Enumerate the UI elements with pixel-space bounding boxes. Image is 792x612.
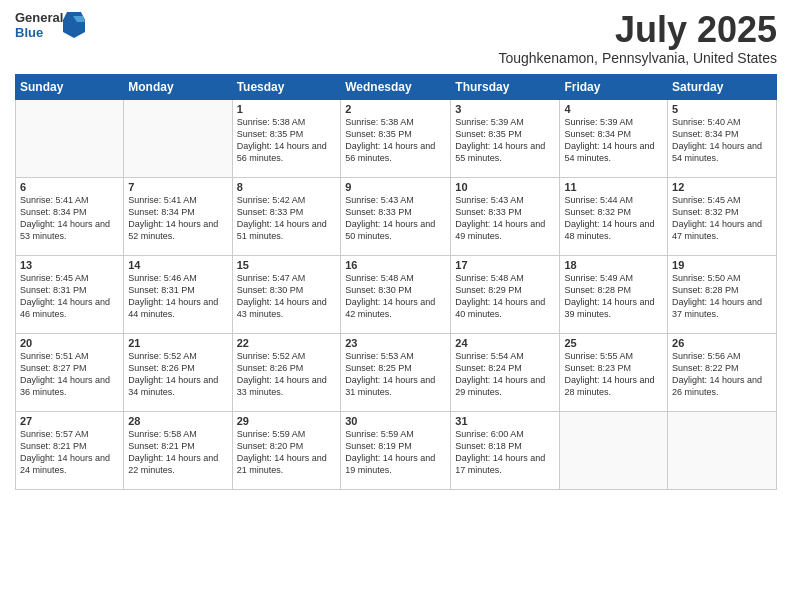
calendar-week-row: 20Sunrise: 5:51 AMSunset: 8:27 PMDayligh…: [16, 333, 777, 411]
table-row: 14Sunrise: 5:46 AMSunset: 8:31 PMDayligh…: [124, 255, 232, 333]
sunset-text: Sunset: 8:35 PM: [237, 129, 304, 139]
table-row: 15Sunrise: 5:47 AMSunset: 8:30 PMDayligh…: [232, 255, 341, 333]
daylight-text: Daylight: 14 hours and 50 minutes.: [345, 219, 435, 241]
sunset-text: Sunset: 8:21 PM: [128, 441, 195, 451]
sunset-text: Sunset: 8:34 PM: [564, 129, 631, 139]
sunset-text: Sunset: 8:30 PM: [237, 285, 304, 295]
day-number: 16: [345, 259, 446, 271]
sunset-text: Sunset: 8:18 PM: [455, 441, 522, 451]
header-sunday: Sunday: [16, 74, 124, 99]
sunrise-text: Sunrise: 5:56 AM: [672, 351, 741, 361]
sunrise-text: Sunrise: 5:45 AM: [20, 273, 89, 283]
day-number: 11: [564, 181, 663, 193]
table-row: 22Sunrise: 5:52 AMSunset: 8:26 PMDayligh…: [232, 333, 341, 411]
sunset-text: Sunset: 8:33 PM: [345, 207, 412, 217]
header-wednesday: Wednesday: [341, 74, 451, 99]
day-number: 29: [237, 415, 337, 427]
table-row: [668, 411, 777, 489]
logo: General Blue: [15, 10, 85, 40]
table-row: 16Sunrise: 5:48 AMSunset: 8:30 PMDayligh…: [341, 255, 451, 333]
day-number: 27: [20, 415, 119, 427]
sunrise-text: Sunrise: 5:50 AM: [672, 273, 741, 283]
table-row: 30Sunrise: 5:59 AMSunset: 8:19 PMDayligh…: [341, 411, 451, 489]
sunrise-text: Sunrise: 5:38 AM: [345, 117, 414, 127]
sunrise-text: Sunrise: 5:54 AM: [455, 351, 524, 361]
sunrise-text: Sunrise: 5:46 AM: [128, 273, 197, 283]
day-number: 21: [128, 337, 227, 349]
header-tuesday: Tuesday: [232, 74, 341, 99]
day-info: Sunrise: 5:48 AMSunset: 8:29 PMDaylight:…: [455, 272, 555, 321]
day-number: 6: [20, 181, 119, 193]
day-info: Sunrise: 5:55 AMSunset: 8:23 PMDaylight:…: [564, 350, 663, 399]
location: Toughkenamon, Pennsylvania, United State…: [498, 50, 777, 66]
sunset-text: Sunset: 8:35 PM: [455, 129, 522, 139]
day-number: 3: [455, 103, 555, 115]
day-number: 30: [345, 415, 446, 427]
sunset-text: Sunset: 8:34 PM: [20, 207, 87, 217]
day-number: 18: [564, 259, 663, 271]
daylight-text: Daylight: 14 hours and 44 minutes.: [128, 297, 218, 319]
day-info: Sunrise: 5:48 AMSunset: 8:30 PMDaylight:…: [345, 272, 446, 321]
sunrise-text: Sunrise: 5:45 AM: [672, 195, 741, 205]
daylight-text: Daylight: 14 hours and 29 minutes.: [455, 375, 545, 397]
day-info: Sunrise: 5:43 AMSunset: 8:33 PMDaylight:…: [345, 194, 446, 243]
daylight-text: Daylight: 14 hours and 37 minutes.: [672, 297, 762, 319]
day-info: Sunrise: 6:00 AMSunset: 8:18 PMDaylight:…: [455, 428, 555, 477]
sunset-text: Sunset: 8:31 PM: [128, 285, 195, 295]
page: General Blue July 2025 Toughkenamon, Pen…: [0, 0, 792, 612]
sunset-text: Sunset: 8:31 PM: [20, 285, 87, 295]
daylight-text: Daylight: 14 hours and 39 minutes.: [564, 297, 654, 319]
calendar-week-row: 13Sunrise: 5:45 AMSunset: 8:31 PMDayligh…: [16, 255, 777, 333]
day-number: 2: [345, 103, 446, 115]
table-row: 8Sunrise: 5:42 AMSunset: 8:33 PMDaylight…: [232, 177, 341, 255]
day-number: 14: [128, 259, 227, 271]
daylight-text: Daylight: 14 hours and 54 minutes.: [672, 141, 762, 163]
day-info: Sunrise: 5:58 AMSunset: 8:21 PMDaylight:…: [128, 428, 227, 477]
daylight-text: Daylight: 14 hours and 36 minutes.: [20, 375, 110, 397]
day-info: Sunrise: 5:52 AMSunset: 8:26 PMDaylight:…: [128, 350, 227, 399]
daylight-text: Daylight: 14 hours and 52 minutes.: [128, 219, 218, 241]
table-row: 17Sunrise: 5:48 AMSunset: 8:29 PMDayligh…: [451, 255, 560, 333]
logo-text: General Blue: [15, 10, 63, 40]
daylight-text: Daylight: 14 hours and 28 minutes.: [564, 375, 654, 397]
sunrise-text: Sunrise: 5:41 AM: [128, 195, 197, 205]
table-row: 24Sunrise: 5:54 AMSunset: 8:24 PMDayligh…: [451, 333, 560, 411]
sunrise-text: Sunrise: 5:39 AM: [455, 117, 524, 127]
sunset-text: Sunset: 8:32 PM: [672, 207, 739, 217]
day-number: 28: [128, 415, 227, 427]
sunrise-text: Sunrise: 5:55 AM: [564, 351, 633, 361]
daylight-text: Daylight: 14 hours and 53 minutes.: [20, 219, 110, 241]
daylight-text: Daylight: 14 hours and 54 minutes.: [564, 141, 654, 163]
table-row: 2Sunrise: 5:38 AMSunset: 8:35 PMDaylight…: [341, 99, 451, 177]
weekday-header-row: Sunday Monday Tuesday Wednesday Thursday…: [16, 74, 777, 99]
daylight-text: Daylight: 14 hours and 24 minutes.: [20, 453, 110, 475]
daylight-text: Daylight: 14 hours and 56 minutes.: [237, 141, 327, 163]
calendar-week-row: 1Sunrise: 5:38 AMSunset: 8:35 PMDaylight…: [16, 99, 777, 177]
daylight-text: Daylight: 14 hours and 22 minutes.: [128, 453, 218, 475]
day-info: Sunrise: 5:38 AMSunset: 8:35 PMDaylight:…: [237, 116, 337, 165]
header-thursday: Thursday: [451, 74, 560, 99]
table-row: 7Sunrise: 5:41 AMSunset: 8:34 PMDaylight…: [124, 177, 232, 255]
table-row: 10Sunrise: 5:43 AMSunset: 8:33 PMDayligh…: [451, 177, 560, 255]
daylight-text: Daylight: 14 hours and 33 minutes.: [237, 375, 327, 397]
day-number: 10: [455, 181, 555, 193]
day-number: 31: [455, 415, 555, 427]
sunrise-text: Sunrise: 5:52 AM: [237, 351, 306, 361]
day-info: Sunrise: 5:50 AMSunset: 8:28 PMDaylight:…: [672, 272, 772, 321]
calendar-week-row: 27Sunrise: 5:57 AMSunset: 8:21 PMDayligh…: [16, 411, 777, 489]
day-info: Sunrise: 5:51 AMSunset: 8:27 PMDaylight:…: [20, 350, 119, 399]
day-info: Sunrise: 5:47 AMSunset: 8:30 PMDaylight:…: [237, 272, 337, 321]
day-info: Sunrise: 5:52 AMSunset: 8:26 PMDaylight:…: [237, 350, 337, 399]
day-info: Sunrise: 5:59 AMSunset: 8:20 PMDaylight:…: [237, 428, 337, 477]
table-row: 12Sunrise: 5:45 AMSunset: 8:32 PMDayligh…: [668, 177, 777, 255]
daylight-text: Daylight: 14 hours and 56 minutes.: [345, 141, 435, 163]
daylight-text: Daylight: 14 hours and 42 minutes.: [345, 297, 435, 319]
sunset-text: Sunset: 8:34 PM: [128, 207, 195, 217]
header: General Blue July 2025 Toughkenamon, Pen…: [15, 10, 777, 66]
sunrise-text: Sunrise: 5:38 AM: [237, 117, 306, 127]
table-row: 13Sunrise: 5:45 AMSunset: 8:31 PMDayligh…: [16, 255, 124, 333]
header-monday: Monday: [124, 74, 232, 99]
day-info: Sunrise: 5:45 AMSunset: 8:32 PMDaylight:…: [672, 194, 772, 243]
sunrise-text: Sunrise: 5:42 AM: [237, 195, 306, 205]
table-row: 9Sunrise: 5:43 AMSunset: 8:33 PMDaylight…: [341, 177, 451, 255]
